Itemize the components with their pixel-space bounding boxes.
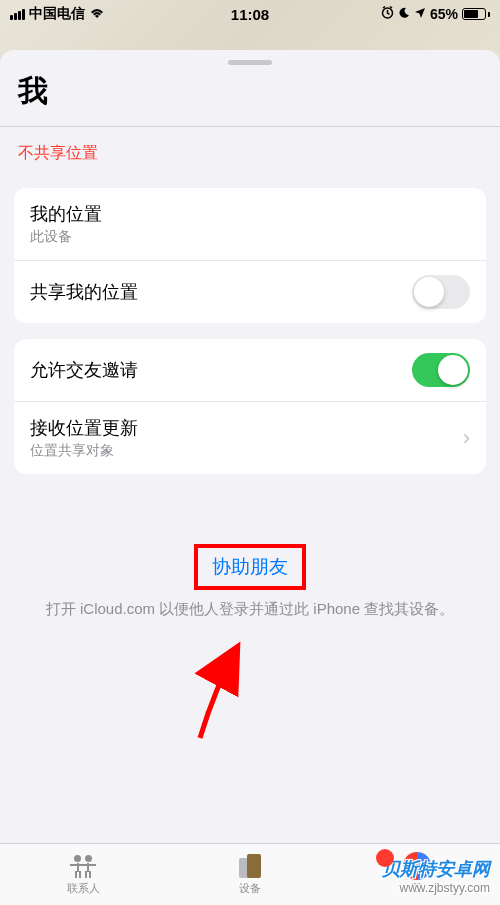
location-group: 我的位置 此设备 共享我的位置 bbox=[14, 188, 486, 323]
allow-friend-requests-row: 允许交友邀请 bbox=[14, 339, 486, 401]
watermark-name: 贝斯特安卓网 bbox=[382, 857, 490, 881]
people-icon bbox=[68, 853, 98, 879]
watermark-url: www.zjbstyy.com bbox=[382, 881, 490, 895]
my-location-label: 我的位置 bbox=[30, 202, 102, 226]
tab-devices[interactable]: 设备 bbox=[167, 844, 334, 905]
receive-updates-row[interactable]: 接收位置更新 位置共享对象 › bbox=[14, 401, 486, 474]
share-my-location-row: 共享我的位置 bbox=[14, 260, 486, 323]
allow-friend-requests-label: 允许交友邀请 bbox=[30, 358, 138, 382]
share-my-location-label: 共享我的位置 bbox=[30, 280, 138, 304]
friend-group: 允许交友邀请 接收位置更新 位置共享对象 › bbox=[14, 339, 486, 474]
time-label: 11:08 bbox=[231, 6, 269, 23]
annotation-arrow bbox=[160, 628, 260, 748]
share-location-toggle[interactable] bbox=[412, 275, 470, 309]
not-sharing-warning[interactable]: 不共享位置 bbox=[0, 127, 500, 180]
chevron-right-icon: › bbox=[463, 425, 470, 451]
my-location-row[interactable]: 我的位置 此设备 bbox=[14, 188, 486, 260]
tab-people-label: 联系人 bbox=[67, 881, 100, 896]
me-sheet: 我 不共享位置 我的位置 此设备 共享我的位置 允许交友邀请 接收位置更新 位置… bbox=[0, 50, 500, 905]
signal-icon bbox=[10, 9, 25, 20]
alarm-icon bbox=[381, 6, 394, 22]
moon-icon bbox=[398, 6, 410, 22]
tab-devices-label: 设备 bbox=[239, 881, 261, 896]
carrier-label: 中国电信 bbox=[29, 5, 85, 23]
highlight-box: 协助朋友 bbox=[194, 544, 306, 590]
status-bar: 中国电信 11:08 65% bbox=[0, 0, 500, 28]
battery-icon bbox=[462, 8, 490, 20]
receive-updates-label: 接收位置更新 bbox=[30, 416, 138, 440]
help-friend-link[interactable]: 协助朋友 bbox=[212, 556, 288, 577]
location-icon bbox=[414, 6, 426, 22]
page-title: 我 bbox=[0, 65, 500, 126]
devices-icon bbox=[235, 853, 265, 879]
watermark: 贝斯特安卓网 www.zjbstyy.com bbox=[382, 857, 490, 895]
my-location-sub: 此设备 bbox=[30, 228, 102, 246]
receive-updates-sub: 位置共享对象 bbox=[30, 442, 138, 460]
tab-people[interactable]: 联系人 bbox=[0, 844, 167, 905]
wifi-icon bbox=[89, 6, 105, 22]
help-description: 打开 iCloud.com 以便他人登录并通过此 iPhone 查找其设备。 bbox=[28, 598, 472, 621]
allow-friend-requests-toggle[interactable] bbox=[412, 353, 470, 387]
battery-pct: 65% bbox=[430, 6, 458, 22]
